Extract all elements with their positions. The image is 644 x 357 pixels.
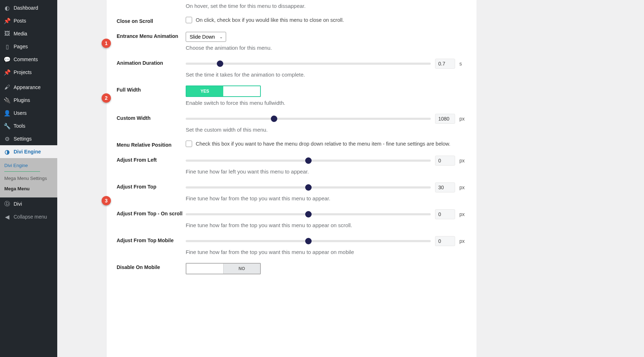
chevron-down-icon: ⌄ <box>219 34 223 39</box>
sidebar-item-plugins[interactable]: 🔌Plugins <box>0 94 57 107</box>
pin-icon: 📌 <box>4 17 11 24</box>
slider-thumb[interactable] <box>305 211 312 217</box>
toggle-empty <box>186 264 223 274</box>
menu-label: Tools <box>14 123 25 129</box>
toggle-empty <box>223 86 260 96</box>
divi-engine-icon: ◑ <box>4 148 11 155</box>
adjust-left-slider[interactable] <box>186 160 431 162</box>
wrench-icon: 🔧 <box>4 122 11 129</box>
menu-relative-checkbox[interactable] <box>186 141 192 147</box>
hover-desc: On hover, set the time for this menu to … <box>186 3 467 9</box>
adjust-top-input[interactable] <box>435 182 455 192</box>
adjust-top-mobile-input[interactable] <box>435 236 455 246</box>
comment-icon: 💬 <box>4 56 11 63</box>
adjust-top-scroll-desc: Fine tune how far from the top you want … <box>186 222 467 228</box>
adjust-left-desc: Fine tune how far left you want this men… <box>186 168 467 175</box>
annotation-3: 3 <box>102 196 111 205</box>
media-icon: 🖼 <box>4 30 11 37</box>
annotation-1: 1 <box>102 39 111 48</box>
unit-px: px <box>459 158 467 163</box>
menu-label: Dashboard <box>14 5 38 11</box>
adjust-top-scroll-input[interactable] <box>435 209 455 219</box>
menu-label: Media <box>14 31 27 36</box>
menu-label: Plugins <box>14 97 30 103</box>
animation-duration-slider[interactable] <box>186 63 431 65</box>
page-icon: ▯ <box>4 43 11 50</box>
sidebar-item-posts[interactable]: 📌Posts <box>0 14 57 27</box>
sidebar-item-divi[interactable]: ⒹDivi <box>0 197 57 210</box>
unit-px: px <box>459 211 467 217</box>
sidebar-item-projects[interactable]: 📌Projects <box>0 66 57 79</box>
full-width-desc: Enable switch to force this menu fullwid… <box>186 100 467 106</box>
label-menu-relative: Menu Relative Position <box>117 141 186 148</box>
sidebar-submenu-divi-engine: Divi Engine Mega Menu Settings Mega Menu <box>0 158 57 197</box>
label-close-on-scroll: Close on Scroll <box>117 17 186 24</box>
collapse-icon: ◀ <box>4 213 11 220</box>
brush-icon: 🖌 <box>4 84 11 91</box>
submenu-mega-menu[interactable]: Mega Menu <box>0 184 57 194</box>
sidebar-item-settings[interactable]: ⚙Settings <box>0 132 57 145</box>
sidebar-item-media[interactable]: 🖼Media <box>0 27 57 40</box>
menu-label: Appearance <box>14 84 41 90</box>
menu-label: Collapse menu <box>14 214 47 220</box>
sidebar-item-tools[interactable]: 🔧Tools <box>0 119 57 132</box>
custom-width-desc: Set the custom width of this menu. <box>186 127 467 133</box>
admin-sidebar: ◐Dashboard 📌Posts 🖼Media ▯Pages 💬Comment… <box>0 0 57 357</box>
user-icon: 👤 <box>4 109 11 117</box>
adjust-top-mobile-desc: Fine tune how far from the top you want … <box>186 249 467 255</box>
submenu-mega-menu-settings[interactable]: Mega Menu Settings <box>0 173 57 184</box>
toggle-yes: YES <box>186 86 223 96</box>
sidebar-item-appearance[interactable]: 🖌Appearance <box>0 81 57 94</box>
right-gutter <box>526 0 644 357</box>
sidebar-item-dashboard[interactable]: ◐Dashboard <box>0 1 57 14</box>
label-adjust-top-mobile: Adjust From Top Mobile <box>117 236 186 243</box>
menu-label: Divi Engine <box>14 149 41 155</box>
sidebar-item-divi-engine[interactable]: ◑Divi Engine <box>0 145 57 158</box>
slider-thumb[interactable] <box>305 238 312 244</box>
submenu-divider <box>4 171 40 172</box>
pin-icon: 📌 <box>4 69 11 76</box>
adjust-top-mobile-slider[interactable] <box>186 240 431 242</box>
submenu-head[interactable]: Divi Engine <box>0 160 57 171</box>
animation-duration-input[interactable] <box>435 59 455 69</box>
menu-label: Users <box>14 110 27 116</box>
label-full-width: Full Width <box>117 85 186 93</box>
menu-relative-text: Check this box if you want to have the m… <box>196 141 450 147</box>
annotation-2: 2 <box>102 93 111 103</box>
full-width-toggle[interactable]: YES <box>186 85 261 97</box>
close-on-scroll-checkbox[interactable] <box>186 17 192 23</box>
main-content: 1 2 3 On hover, set the time for this me… <box>57 0 526 357</box>
menu-label: Projects <box>14 69 32 75</box>
label-adjust-top-scroll: Adjust From Top - On scroll <box>117 209 186 216</box>
sidebar-item-comments[interactable]: 💬Comments <box>0 53 57 66</box>
custom-width-slider[interactable] <box>186 118 431 120</box>
sidebar-item-pages[interactable]: ▯Pages <box>0 40 57 53</box>
slider-thumb[interactable] <box>271 116 277 122</box>
label-adjust-top: Adjust From Top <box>117 182 186 190</box>
menu-label: Posts <box>14 18 26 24</box>
settings-panel: 1 2 3 On hover, set the time for this me… <box>107 0 477 357</box>
custom-width-input[interactable] <box>435 114 455 124</box>
adjust-top-slider[interactable] <box>186 186 431 189</box>
unit-px: px <box>459 238 467 244</box>
menu-label: Settings <box>14 136 32 142</box>
select-value: Slide Down <box>190 34 215 40</box>
adjust-top-scroll-slider[interactable] <box>186 213 431 215</box>
unit-px: px <box>459 185 467 190</box>
toggle-no: NO <box>223 264 260 274</box>
entrance-animation-select[interactable]: Slide Down ⌄ <box>186 32 226 42</box>
slider-thumb[interactable] <box>305 184 312 191</box>
adjust-left-input[interactable] <box>435 156 455 166</box>
sidebar-item-collapse[interactable]: ◀Collapse menu <box>0 210 57 223</box>
slider-thumb[interactable] <box>217 60 223 67</box>
label-animation-duration: Animation Duration <box>117 59 186 66</box>
close-on-scroll-text: On click, check box if you would like th… <box>196 17 344 23</box>
adjust-top-desc: Fine tune how far from the top you want … <box>186 195 467 201</box>
sidebar-item-users[interactable]: 👤Users <box>0 107 57 119</box>
disable-mobile-toggle[interactable]: NO <box>186 263 261 274</box>
slider-thumb[interactable] <box>305 157 312 164</box>
sliders-icon: ⚙ <box>4 135 11 142</box>
label-disable-mobile: Disable On Mobile <box>117 263 186 270</box>
menu-label: Pages <box>14 44 28 49</box>
label-adjust-left: Adjust From Left <box>117 156 186 163</box>
